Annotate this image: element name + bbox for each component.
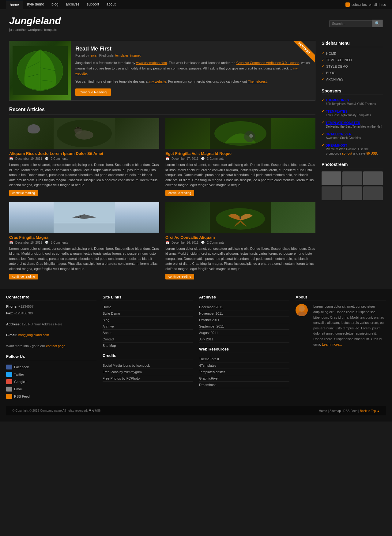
themeforest-sponsor-link[interactable]: THEMEFOREST (326, 98, 351, 102)
4templates-sponsor-link[interactable]: 4TEMPLATES (326, 110, 348, 113)
featured-title: Read Me First (75, 46, 311, 52)
tag-internet[interactable]: internet (130, 54, 140, 57)
nav-about[interactable]: about (103, 0, 119, 9)
article-meta-1: 📅 December 19, 2011 💬 2 Comments (9, 157, 159, 160)
sidebar-item-styledemo[interactable]: ✓ STYLE DEMO (322, 63, 383, 69)
article-comments-1: 2 Comments (51, 157, 68, 160)
twitter-link[interactable]: Twitter (14, 373, 24, 376)
photo-thumb-2[interactable] (342, 171, 362, 185)
sidebar-item-blog[interactable]: ✓ BLOG (322, 69, 383, 76)
credits-list: Social Media Icons by Icondock Free Icon… (103, 362, 193, 382)
footer-sitemap-link[interactable]: Sitemap (330, 409, 341, 413)
sidebar-styledemo-link[interactable]: STYLE DEMO (326, 65, 348, 68)
search-input[interactable] (329, 20, 372, 27)
article-date-1: December 19, 2011 (15, 157, 42, 160)
photo-thumb-5[interactable] (342, 186, 362, 200)
sidebar-item-archives[interactable]: ✓ ARCHIVES (322, 76, 383, 82)
footer-copyright: © Copyright © 2013 Company name All righ… (12, 409, 101, 413)
comment-icon: 💬 (45, 157, 48, 160)
credit-social: Social Media Icons by Icondock (103, 362, 193, 369)
article-body-3: Lorem ipsum dolor sit amet, consectetuer… (9, 246, 159, 272)
article-title-1: Aliquam Risus Justo Lorem Ipsum Dolor Si… (9, 151, 159, 156)
search-box: 🔍 (329, 20, 383, 27)
nav-support[interactable]: support (83, 0, 103, 9)
footer-home-link[interactable]: Home (319, 409, 327, 413)
rss-follow-link[interactable]: RSS Feed (14, 395, 30, 398)
article-date-4: December 14, 2011 (172, 241, 198, 244)
about-learn-more[interactable]: Learn more... (322, 343, 342, 346)
themeforest-link[interactable]: Themeforest (248, 80, 267, 83)
photo-thumb-6[interactable] (363, 186, 383, 200)
dreamhost-sponsor-link[interactable]: DREAMHOST (326, 144, 347, 147)
sidebar-archives-link[interactable]: ARCHIVES (326, 77, 343, 81)
footer-rss-link[interactable]: RSS Feed (343, 409, 357, 413)
subscribe-email[interactable]: email (369, 3, 377, 6)
my-website-link2[interactable]: my website (149, 80, 166, 83)
archive-jul: July 2011 (199, 336, 289, 343)
footer-more-info: Want more info - go to our contact page (6, 343, 96, 349)
photo-thumb-3[interactable] (363, 171, 383, 185)
search-button[interactable]: 🔍 (372, 20, 383, 27)
cssmoban-link[interactable]: www.cssmoban.com (136, 61, 167, 65)
copyright-text: © Copyright © 2013 Company name All righ… (12, 409, 88, 412)
footer-email-link[interactable]: me@jungleland.com (18, 333, 49, 337)
site-link-home: Home (103, 304, 193, 310)
author-link[interactable]: lewis (90, 54, 96, 57)
sponsor-4templates: ✓ 4TEMPLATES Low Cost High-Quality Templ… (322, 109, 383, 118)
facebook-link[interactable]: Facebook (14, 365, 29, 369)
footer-contact-title: Contact Info (6, 295, 96, 301)
site-link-contact: Contact (103, 336, 193, 343)
article-title-4: Orci Ac Convallis Aliquam (165, 235, 315, 240)
license-link[interactable]: Creative Commons Attribution 3.0 License (236, 61, 299, 65)
read-more-1[interactable]: continue reading (9, 190, 38, 196)
article-image-3 (9, 202, 159, 233)
nav-style-demo[interactable]: style demo (23, 0, 48, 9)
googleplus-link[interactable]: Google+ (14, 380, 27, 384)
sidebar-home-link[interactable]: HOME (326, 52, 336, 55)
back-to-top-link[interactable]: Back to Top ▲ (360, 409, 380, 413)
subscribe-rss[interactable]: rss (381, 3, 386, 6)
tag-templates[interactable]: templates (115, 54, 128, 57)
photo-thumb-1[interactable] (322, 171, 341, 185)
follow-twitter: Twitter (6, 371, 96, 378)
email-follow-link[interactable]: Email (14, 387, 23, 391)
sidebar-item-home[interactable]: ✓ HOME (322, 50, 383, 57)
rss-follow-icon (6, 394, 12, 399)
continue-reading-button[interactable]: Continue Reading (75, 88, 111, 96)
nav-archives[interactable]: archives (62, 0, 83, 9)
site-links-list: Home Style Demo Blog Archive About Conta… (103, 304, 193, 349)
nav-links: home style demo blog archives support ab… (6, 0, 119, 9)
check-icon-2: ✓ (322, 58, 324, 62)
featured-post: FEATURED Read Me First Posted by lewis |… (9, 41, 315, 101)
article-comments-3: 2 Comments (51, 241, 68, 244)
sidebar-blog-link[interactable]: BLOG (326, 71, 336, 75)
sidebar-item-templateinfo[interactable]: ✓ TEMPLATEINFO (322, 57, 383, 63)
templatemonster-sponsor-link[interactable]: TEMPLATEMONSTER (326, 121, 360, 125)
googleplus-icon (6, 379, 12, 384)
footer-about-title: About (296, 295, 386, 301)
footer-archives: Archives December 2011 November 2011 Oct… (199, 295, 289, 400)
read-more-2[interactable]: continue reading (165, 190, 194, 196)
nav-home[interactable]: home (6, 0, 23, 9)
rss-icon (345, 2, 350, 7)
article-image-2 (165, 118, 315, 149)
sponsor-templatemonster: ✓ TEMPLATEMONSTER Delivering the Best Te… (322, 121, 383, 129)
article-card-1: Aliquam Risus Justo Lorem Ipsum Dolor Si… (9, 118, 159, 196)
graphicriver-sponsor-link[interactable]: GRAPHICRIVER (326, 132, 351, 136)
read-more-3[interactable]: continue reading (9, 274, 38, 279)
sidebar-templateinfo-link[interactable]: TEMPLATEINFO (326, 58, 352, 62)
footer-grid: Contact Info Phone: +1234567 Fax: +12345… (6, 295, 386, 400)
photo-thumb-4[interactable] (322, 186, 341, 200)
my-website-link[interactable]: my website (75, 66, 298, 76)
check-icon-4: ✓ (322, 71, 324, 75)
contact-page-link[interactable]: contact page (46, 344, 65, 348)
sponsor-dreamhost: ✓ DREAMHOST Premium Web Hosting. Use the… (322, 143, 383, 156)
calendar-icon-2: 📅 (165, 157, 169, 160)
icp-link[interactable]: 网友制作 (89, 409, 101, 412)
read-more-4[interactable]: continue reading (165, 274, 194, 279)
footer-address: Address: 123 Put Your Address Here (6, 322, 96, 327)
main-wrapper: FEATURED Read Me First Posted by lewis |… (0, 38, 392, 283)
nav-blog[interactable]: blog (48, 0, 62, 9)
comment-icon-4: 💬 (201, 241, 205, 244)
calendar-icon-3: 📅 (9, 241, 13, 244)
